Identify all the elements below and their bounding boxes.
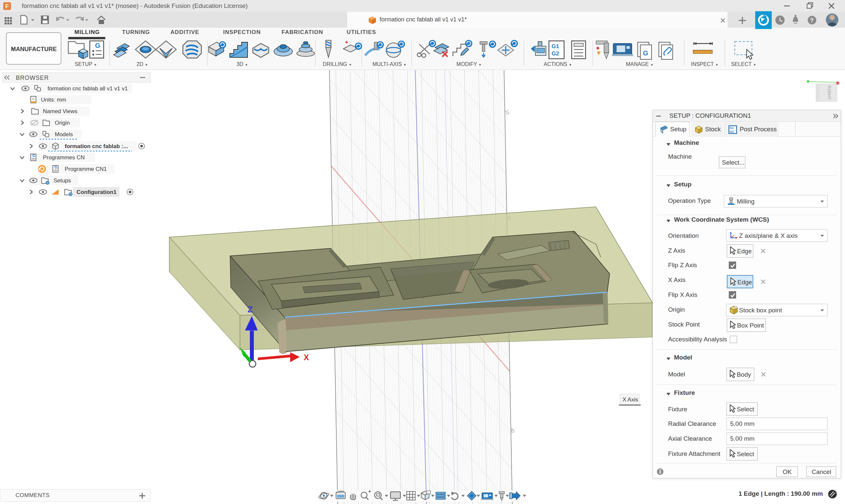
- svg-text:Named Views: Named Views: [43, 108, 77, 114]
- svg-text:formation cnc fablab all v1 v1: formation cnc fablab all v1 v1 v1: [48, 86, 128, 92]
- svg-text:Configuration1: Configuration1: [76, 189, 117, 195]
- svg-text:G2: G2: [551, 51, 559, 57]
- svg-text:Setups: Setups: [53, 178, 71, 184]
- svg-text:F: F: [5, 4, 8, 9]
- svg-text:Programmes CN: Programmes CN: [43, 155, 85, 161]
- svg-text:G: G: [54, 166, 57, 169]
- svg-text:G: G: [95, 42, 100, 49]
- svg-text:Models: Models: [55, 131, 73, 138]
- svg-text:G2: G2: [730, 130, 734, 133]
- svg-text:G1: G1: [730, 126, 734, 130]
- svg-text:formation cnc fablab :...: formation cnc fablab :...: [65, 143, 128, 149]
- svg-text:BROWSER: BROWSER: [16, 74, 49, 81]
- svg-text:G1: G1: [551, 43, 559, 50]
- svg-text:Z: Z: [248, 304, 253, 314]
- svg-text:Programme CN1: Programme CN1: [65, 166, 107, 172]
- svg-text:G: G: [643, 50, 648, 57]
- svg-text:Origin: Origin: [55, 120, 70, 126]
- svg-text:X Axis: X Axis: [622, 396, 638, 403]
- svg-text:G: G: [32, 154, 35, 158]
- svg-text:Units: mm: Units: mm: [41, 97, 66, 103]
- svg-text:X: X: [304, 353, 309, 362]
- svg-text:40: 40: [509, 428, 515, 434]
- svg-text:?: ?: [810, 17, 814, 24]
- svg-text:RIGHT: RIGHT: [827, 86, 832, 100]
